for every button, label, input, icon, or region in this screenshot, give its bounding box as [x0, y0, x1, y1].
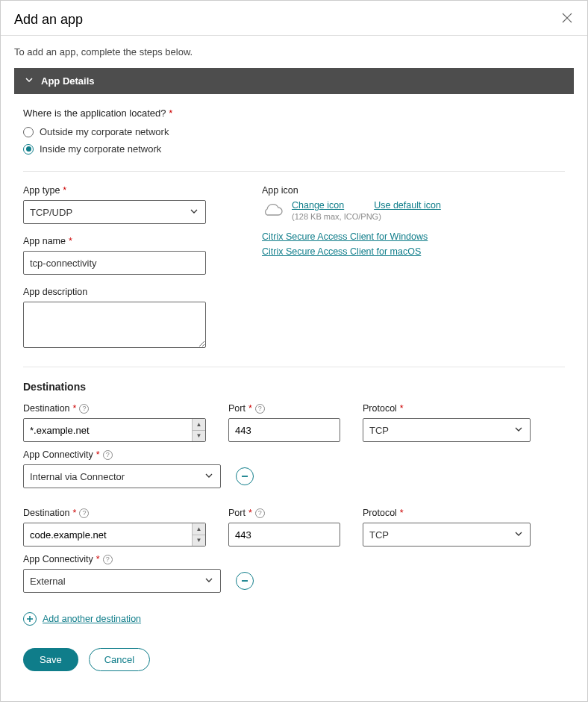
remove-destination-button[interactable] — [236, 467, 254, 485]
app-name-input[interactable] — [23, 251, 206, 275]
select-value: TCP/UDP — [30, 207, 72, 218]
icon-hint: (128 KB max, ICO/PNG) — [292, 212, 441, 221]
add-destination-link[interactable]: Add another destination — [23, 612, 565, 626]
destination-input[interactable] — [23, 523, 206, 547]
connectivity-select[interactable]: External — [23, 569, 221, 593]
port-label: Port * ? — [228, 508, 340, 518]
protocol-label: Protocol * — [363, 508, 531, 518]
select-value: Internal via Connector — [30, 471, 125, 482]
connectivity-label: App Connectivity * ? — [23, 449, 565, 460]
select-value: TCP — [369, 529, 389, 541]
help-icon[interactable]: ? — [103, 450, 113, 460]
protocol-label: Protocol * — [363, 403, 531, 414]
plus-icon — [23, 612, 37, 626]
intro-text: To add an app, complete the steps below. — [1, 36, 587, 68]
protocol-select[interactable]: TCP — [363, 418, 531, 442]
help-icon[interactable]: ? — [255, 508, 265, 518]
app-description-textarea[interactable] — [23, 302, 206, 348]
destination-row: Destination * ? ▲▼ Port * ? Protocol * — [23, 508, 565, 547]
destination-label: Destination * ? — [23, 403, 206, 414]
app-name-label: App name * — [23, 236, 217, 246]
location-question: Where is the application located? * — [23, 108, 565, 119]
destination-input[interactable] — [23, 418, 206, 442]
remove-destination-button[interactable] — [236, 572, 254, 590]
cancel-button[interactable]: Cancel — [89, 648, 150, 671]
help-icon[interactable]: ? — [79, 404, 89, 414]
port-input[interactable] — [228, 523, 340, 547]
spinner-control[interactable]: ▲▼ — [192, 419, 205, 441]
radio-outside-network[interactable]: Outside my corporate network — [23, 126, 565, 137]
add-destination-label: Add another destination — [43, 614, 141, 624]
download-windows-link[interactable]: Citrix Secure Access Client for Windows — [262, 231, 516, 242]
select-value: TCP — [369, 425, 389, 436]
add-app-modal: Add an app To add an app, complete the s… — [0, 0, 588, 702]
chevron-down-icon — [204, 575, 214, 588]
destination-row: Destination * ? ▲▼ Port * ? Protocol * — [23, 403, 565, 442]
connectivity-select[interactable]: Internal via Connector — [23, 464, 221, 488]
port-input[interactable] — [228, 418, 340, 442]
help-icon[interactable]: ? — [103, 555, 113, 564]
chevron-down-icon — [513, 424, 524, 437]
cloud-icon — [262, 202, 283, 218]
save-button[interactable]: Save — [23, 648, 78, 671]
protocol-select[interactable]: TCP — [363, 523, 531, 547]
radio-icon-selected — [23, 144, 34, 155]
connectivity-label: App Connectivity * ? — [23, 554, 565, 564]
app-type-select[interactable]: TCP/UDP — [23, 200, 206, 224]
help-icon[interactable]: ? — [79, 508, 89, 518]
destinations-heading: Destinations — [23, 381, 565, 393]
chevron-down-icon — [25, 75, 34, 87]
chevron-down-icon — [189, 206, 199, 219]
radio-inside-network[interactable]: Inside my corporate network — [23, 143, 565, 155]
chevron-down-icon — [204, 470, 214, 483]
change-icon-link[interactable]: Change icon — [292, 200, 344, 211]
help-icon[interactable]: ? — [255, 404, 265, 414]
app-icon-label: App icon — [262, 185, 516, 196]
modal-header: Add an app — [1, 1, 587, 35]
destination-label: Destination * ? — [23, 508, 206, 518]
divider — [23, 171, 565, 172]
close-icon[interactable] — [560, 11, 574, 28]
port-label: Port * ? — [228, 403, 340, 414]
download-macos-link[interactable]: Citrix Secure Access Client for macOS — [262, 246, 516, 257]
spinner-control[interactable]: ▲▼ — [192, 523, 205, 546]
use-default-icon-link[interactable]: Use default icon — [374, 200, 441, 211]
section-title: App Details — [41, 75, 95, 87]
radio-label: Inside my corporate network — [40, 143, 161, 155]
app-description-label: App description — [23, 287, 217, 297]
divider — [23, 367, 565, 367]
chevron-down-icon — [513, 529, 524, 541]
select-value: External — [30, 576, 66, 587]
modal-title: Add an app — [14, 12, 83, 28]
radio-label: Outside my corporate network — [40, 126, 169, 137]
section-app-details[interactable]: App Details — [14, 68, 574, 94]
radio-icon — [23, 127, 34, 137]
app-type-label: App type * — [23, 185, 217, 196]
